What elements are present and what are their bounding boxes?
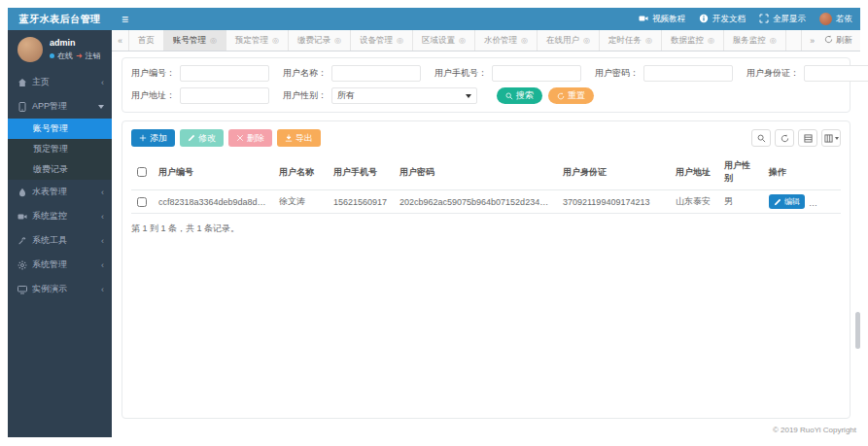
sidebar-item-account-management[interactable]: 账号管理 [8,119,112,139]
tab-bar: « 首页 账号管理◎ 预定管理◎ 缴费记录◎ 设备管理◎ 区域设置◎ 水价管理◎… [112,30,860,51]
export-button[interactable]: 导出 [277,129,321,147]
sidebar-item-system-management[interactable]: 系统管理 ‹ [8,253,112,277]
table-toolbar: 添加 修改 删除 导出 [131,129,841,147]
sidebar-item-home[interactable]: 主页 ‹ [8,70,112,94]
sidebar-item-system-tools[interactable]: 系统工具 ‹ [8,228,112,253]
row-edit-button[interactable]: 编辑 [769,194,805,209]
navbar-user-name: 若依 [836,14,852,25]
table-panel: 添加 修改 删除 导出 [122,120,851,419]
close-icon[interactable]: ◎ [708,36,714,45]
online-status-label[interactable]: 在线 [57,51,73,61]
row-checkbox[interactable] [137,197,147,207]
table-search-icon[interactable] [751,129,771,147]
chevron-down-icon [98,105,104,109]
home-icon [17,78,27,87]
sidebar-user-panel: admin 在线 ➜ 注销 [8,30,112,70]
close-icon[interactable]: ◎ [645,36,652,45]
app-title: 蓝牙水表后台管理 [8,8,112,30]
sidebar: 蓝牙水表后台管理 admin 在线 ➜ 注销 主页 ‹ [8,8,112,437]
close-icon[interactable]: ◎ [397,36,403,45]
tab-scroll-right[interactable]: » [810,36,815,46]
tab-booking-management[interactable]: 预定管理◎ [226,30,289,51]
sidebar-item-system-monitor[interactable]: 系统监控 ‹ [8,204,112,228]
sidebar-item-booking-management[interactable]: 预定管理 [8,139,112,159]
sidebar-item-app-management[interactable]: APP管理 [8,94,112,119]
close-icon[interactable]: ◎ [210,36,217,45]
tab-home[interactable]: 首页 [129,30,164,51]
cell-user-address: 山东泰安 [670,190,718,214]
cell-user-gender: 男 [718,190,763,214]
tab-data-monitor[interactable]: 数据监控◎ [662,30,724,51]
select-all-checkbox[interactable] [137,167,147,177]
settings-icon [17,260,27,270]
video-tutorial-link[interactable]: 视频教程 [639,14,685,25]
search-button[interactable]: 搜索 [497,87,542,104]
tab-scroll-left[interactable]: « [112,30,129,51]
cell-user-no: ccf82318a3364deb9da8d96bf326c662 [153,190,273,214]
online-status-icon [50,53,54,58]
sidebar-menu: 主页 ‹ APP管理 账号管理 预定管理 缴费记录 水表管理 ‹ [8,70,112,437]
cell-user-password: 202cb962ac59075b964b07152d234b70 [394,190,557,214]
sidebar-toggle-icon[interactable]: ≡ [122,13,128,26]
tab-refresh-button[interactable]: 刷新 [824,35,852,47]
tab-device-management[interactable]: 设备管理◎ [351,30,413,51]
logout-link[interactable]: 注销 [86,51,101,61]
fullscreen-icon [759,14,769,25]
navbar-user-menu[interactable]: 若依 [819,13,852,25]
add-button[interactable]: 添加 [131,129,175,147]
tab-service-monitor[interactable]: 服务监控◎ [724,30,786,51]
tab-area-settings[interactable]: 区域设置◎ [413,30,475,51]
video-icon [639,14,648,25]
tab-account-management[interactable]: 账号管理◎ [164,30,226,51]
monitor-icon [17,212,27,222]
sidebar-item-water-meter[interactable]: 水表管理 ‹ [8,180,112,204]
delete-button[interactable]: 删除 [228,129,272,147]
dev-docs-link[interactable]: 开发文档 [699,14,746,25]
gender-select[interactable]: 所有 [331,87,477,104]
page-content: 用户编号： 用户名称： 用户手机号： 用户密码： 用户身份证： 用户地址： 用户… [112,51,860,423]
user-name-input[interactable] [331,65,421,82]
table-refresh-icon[interactable] [775,129,794,147]
reset-button[interactable]: 重置 [548,87,594,104]
sidebar-item-payment-records[interactable]: 缴费记录 [8,159,112,180]
tab-water-price[interactable]: 水价管理◎ [475,30,538,51]
scrollbar[interactable] [855,312,860,349]
close-icon[interactable]: ◎ [459,36,466,45]
table-toggle-icon[interactable] [798,129,817,147]
user-password-input[interactable] [643,65,733,82]
close-icon[interactable]: ◎ [334,36,341,45]
table-columns-icon[interactable] [821,129,841,147]
page-footer: © 2019 RuoYi Copyright [112,423,860,437]
cell-user-idcard: 370921199409174213 [557,190,670,214]
refresh-icon [824,35,833,46]
close-icon[interactable]: ◎ [583,36,590,45]
close-icon[interactable]: ◎ [272,36,279,45]
tab-payment-records[interactable]: 缴费记录◎ [289,30,351,51]
chevron-down-icon [835,137,839,140]
table-row[interactable]: ccf82318a3364deb9da8d96bf326c662 徐文涛 156… [131,190,841,214]
sidebar-item-demo[interactable]: 实例演示 ‹ [8,277,112,301]
logout-icon: ➜ [76,51,83,60]
cell-user-phone: 15621560917 [328,190,394,214]
main-area: ≡ 视频教程 开发文档 全屏显示 若依 [112,8,860,437]
tools-icon [17,236,27,246]
app-icon [17,102,27,112]
search-form-panel: 用户编号： 用户名称： 用户手机号： 用户密码： 用户身份证： 用户地址： 用户… [122,57,851,113]
fullscreen-link[interactable]: 全屏显示 [759,14,806,25]
user-no-input[interactable] [180,65,269,82]
users-table: 用户编号 用户名称 用户手机号 用户密码 用户身份证 用户地址 用户性别 操作 [131,154,841,214]
info-icon [699,14,709,25]
tab-online-users[interactable]: 在线用户◎ [538,30,600,51]
user-address-input[interactable] [180,87,269,104]
tab-scheduled-tasks[interactable]: 定时任务◎ [600,30,662,51]
edit-button[interactable]: 修改 [180,129,224,147]
app-submenu: 账号管理 预定管理 缴费记录 [8,119,112,180]
top-navbar: ≡ 视频教程 开发文档 全屏显示 若依 [112,8,860,30]
navbar-avatar [819,13,832,25]
user-idcard-input[interactable] [804,65,868,82]
user-phone-input[interactable] [492,65,581,82]
table-header-row: 用户编号 用户名称 用户手机号 用户密码 用户身份证 用户地址 用户性别 操作 [131,154,841,190]
close-icon[interactable]: ◎ [770,36,777,45]
close-icon[interactable]: ◎ [521,36,528,45]
app-window: 蓝牙水表后台管理 admin 在线 ➜ 注销 主页 ‹ [8,8,860,437]
